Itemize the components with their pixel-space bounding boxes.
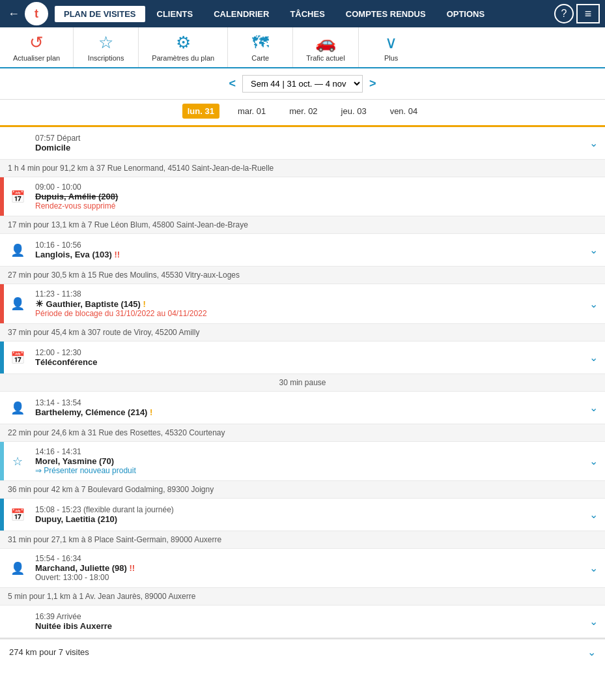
tab-jeu03[interactable]: jeu. 03 (336, 104, 372, 119)
content-depart: 07:57 Départ Domicile (31, 127, 582, 159)
tab-mar01[interactable]: mar. 01 (232, 104, 271, 119)
time-dupuis: 09:00 - 10:00 (35, 182, 601, 192)
person-icon-langlois: 👤 (10, 243, 25, 257)
event-dupuy: 📅 15:08 - 15:23 (flexible durant la jour… (0, 499, 605, 531)
plus-button[interactable]: ∨ Plus (359, 27, 424, 67)
chevron-teleconference[interactable]: ⌄ (582, 342, 605, 373)
chevron-depart[interactable]: ⌄ (582, 127, 605, 159)
event-marchand: 👤 15:54 - 16:34 Marchand, Juliette (98) … (0, 549, 605, 588)
event-morel: ☆ 14:16 - 14:31 Morel, Yasmine (70) ⇒ Pr… (0, 442, 605, 481)
event-arrivee: 16:39 Arrivée Nuitée ibis Auxerre ⌄ (0, 605, 605, 638)
calendar-icon-dupuis: 📅 (10, 190, 25, 204)
chevron-dupuy[interactable]: ⌄ (582, 499, 605, 531)
back-button[interactable]: ← (5, 7, 22, 21)
calendar-icon-teleconference: 📅 (10, 351, 25, 365)
footer-chevron[interactable]: ⌄ (587, 646, 596, 658)
chevron-marchand[interactable]: ⌄ (582, 549, 605, 587)
logo: t (25, 2, 48, 25)
next-week-button[interactable]: > (369, 77, 376, 91)
time-dupuy: 15:08 - 15:23 (flexible durant la journé… (35, 505, 578, 514)
event-teleconference: 📅 12:00 - 12:30 Téléconférence ⌄ (0, 342, 605, 374)
event-langlois: 👤 10:16 - 10:56 Langlois, Eva (103) !! ⌄ (0, 234, 605, 267)
warn-gauthier: ! (143, 299, 145, 309)
content-dupuis: 09:00 - 10:00 Dupuis, Amélie (208) Rende… (31, 177, 605, 216)
icon-col-barthelemy: 👤 (4, 392, 31, 424)
main-depart: Domicile (35, 143, 578, 153)
main-morel: Morel, Yasmine (70) (35, 456, 578, 466)
travel-1: 1 h 4 min pour 91,2 km à 37 Rue Lenorman… (0, 160, 605, 177)
parametres-button[interactable]: ⚙ Paramètres du plan (139, 27, 228, 67)
carte-label: Carte (251, 54, 269, 62)
footer-text: 274 km pour 7 visites (9, 647, 587, 657)
inscriptions-button[interactable]: ☆ Inscriptions (74, 27, 139, 67)
icon-col-arrivee (4, 605, 31, 637)
warn-langlois: !! (114, 250, 120, 259)
content-teleconference: 12:00 - 12:30 Téléconférence (31, 342, 582, 373)
content-langlois: 10:16 - 10:56 Langlois, Eva (103) !! (31, 234, 582, 266)
time-gauthier: 11:23 - 11:38 (35, 289, 578, 299)
week-select[interactable]: Sem 44 | 31 oct. — 4 nov (242, 75, 363, 93)
time-marchand: 15:54 - 16:34 (35, 554, 578, 563)
content-barthelemy: 13:14 - 13:54 Barthelemy, Clémence (214)… (31, 392, 582, 424)
menu-button[interactable]: ≡ (576, 4, 600, 23)
prev-week-button[interactable]: < (229, 77, 236, 91)
footer-row: 274 km pour 7 visites ⌄ (0, 639, 605, 665)
star-icon-morel: ☆ (12, 454, 23, 469)
carte-button[interactable]: 🗺 Carte (228, 27, 293, 67)
refresh-icon: ↺ (29, 33, 44, 53)
tab-ven04[interactable]: ven. 04 (385, 104, 423, 119)
logo-letter: t (35, 7, 38, 21)
main-langlois: Langlois, Eva (103) !! (35, 250, 578, 259)
travel-8: 5 min pour 1,1 km à 1 Av. Jean Jaurès, 8… (0, 588, 605, 605)
help-button[interactable]: ? (554, 4, 574, 23)
help-icon: ? (561, 8, 567, 20)
trafic-button[interactable]: 🚗 Trafic actuel (293, 27, 359, 67)
taches-link[interactable]: TÂCHES (281, 9, 333, 19)
warn-marchand: !! (129, 563, 135, 573)
chevron-barthelemy[interactable]: ⌄ (582, 392, 605, 424)
clients-link[interactable]: CLIENTS (148, 9, 203, 19)
day-tabs: lun. 31 mar. 01 mer. 02 jeu. 03 ven. 04 (0, 100, 605, 127)
person-icon-gauthier: 👤 (10, 297, 25, 311)
tab-mer02[interactable]: mer. 02 (284, 104, 322, 119)
time-teleconference: 12:00 - 12:30 (35, 348, 578, 357)
event-dupuis: 📅 09:00 - 10:00 Dupuis, Amélie (208) Ren… (0, 177, 605, 216)
chevron-gauthier[interactable]: ⌄ (582, 284, 605, 323)
toolbar: ↺ Actualiser plan ☆ Inscriptions ⚙ Param… (0, 27, 605, 68)
event-barthelemy: 👤 13:14 - 13:54 Barthelemy, Clémence (21… (0, 392, 605, 424)
main-marchand: Marchand, Juliette (98) !! (35, 563, 578, 573)
pause-row: 30 min pause (0, 374, 605, 392)
hamburger-icon: ≡ (585, 7, 592, 21)
chevron-arrivee[interactable]: ⌄ (582, 605, 605, 637)
icon-col-morel: ☆ (4, 442, 31, 480)
star-toolbar-icon: ☆ (98, 33, 113, 53)
icon-col-dupuy: 📅 (4, 499, 31, 531)
sub-dupuis: Rendez-vous supprimé (35, 201, 601, 211)
sub-marchand: Ouvert: 13:00 - 18:00 (35, 573, 578, 582)
event-depart: 07:57 Départ Domicile ⌄ (0, 127, 605, 160)
main-dupuis: Dupuis, Amélie (208) (35, 192, 601, 201)
person-icon-barthelemy: 👤 (10, 401, 25, 415)
plan-de-visites-button[interactable]: PLAN DE VISITES (55, 6, 145, 22)
icon-col-dupuis: 📅 (4, 177, 31, 216)
calendrier-link[interactable]: CALENDRIER (204, 9, 278, 19)
chevron-morel[interactable]: ⌄ (582, 442, 605, 480)
calendar-icon-dupuy: 📅 (10, 508, 25, 522)
icon-col-depart (4, 127, 31, 159)
content-gauthier: 11:23 - 11:38 ☀ Gauthier, Baptiste (145)… (31, 284, 582, 323)
actualiser-button[interactable]: ↺ Actualiser plan (0, 27, 74, 67)
tab-lun31[interactable]: lun. 31 (182, 104, 219, 119)
parametres-label: Paramètres du plan (152, 54, 214, 62)
comptes-link[interactable]: COMPTES RENDUS (337, 9, 435, 19)
chevron-langlois[interactable]: ⌄ (582, 234, 605, 266)
main-gauthier: ☀ Gauthier, Baptiste (145) ! (35, 299, 578, 309)
top-nav: ← t PLAN DE VISITES CLIENTS CALENDRIER T… (0, 0, 605, 27)
content-morel: 14:16 - 14:31 Morel, Yasmine (70) ⇒ Prés… (31, 442, 582, 480)
travel-4: 37 min pour 45,4 km à 307 route de Viroy… (0, 324, 605, 342)
content-arrivee: 16:39 Arrivée Nuitée ibis Auxerre (31, 605, 582, 637)
main-arrivee: Nuitée ibis Auxerre (35, 621, 578, 631)
settings-icon: ⚙ (176, 33, 191, 53)
time-morel: 14:16 - 14:31 (35, 447, 578, 456)
event-gauthier: 👤 11:23 - 11:38 ☀ Gauthier, Baptiste (14… (0, 284, 605, 324)
options-link[interactable]: OPTIONS (438, 9, 494, 19)
